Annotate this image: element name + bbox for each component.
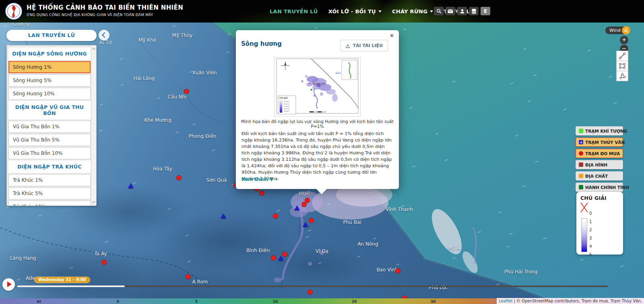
hydro-station-marker[interactable] — [221, 214, 226, 218]
sidebar-item[interactable]: Trà Khúc 10% — [8, 201, 91, 206]
sidebar-item[interactable]: Trà Khúc 5% — [8, 187, 91, 199]
timeline-tooltip: Wednesday 31 – 9:00 — [34, 277, 90, 283]
rain-station-marker[interactable] — [176, 175, 182, 181]
timeline-progress — [17, 286, 125, 287]
rectangle-icon — [618, 62, 626, 70]
mail-button[interactable] — [446, 7, 455, 15]
wind-scale-label: 30 — [431, 300, 436, 304]
layer-label: TRẠM KHÍ TƯỢNG — [585, 129, 627, 134]
draw-polygon-button[interactable] — [616, 71, 628, 81]
draw-polyline-button[interactable] — [616, 51, 628, 61]
sidebar-panel: DIỆN NGẬP SÔNG HƯƠNGSông Hương 1%Sông Hu… — [6, 45, 97, 206]
rain-station-marker[interactable] — [273, 214, 278, 219]
tram-thuy-van-swatch-icon — [579, 140, 583, 144]
legend-tick-label: 3 — [589, 236, 592, 240]
rain-station-marker[interactable] — [301, 202, 307, 207]
app-title: HỆ THỐNG CẢNH BÁO TAI BIẾN THIÊN NHIÊN — [27, 4, 183, 11]
legend-scale: 012345 — [580, 201, 620, 253]
play-button[interactable] — [2, 278, 15, 291]
sidebar-list: DIỆN NGẬP SÔNG HƯƠNGSông Hương 1%Sông Hu… — [8, 47, 91, 206]
scroll-up-icon[interactable] — [92, 48, 95, 51]
app-header: HỆ THỐNG CẢNH BÁO TAI BIẾN THIÊN NHIÊN Ứ… — [0, 0, 644, 23]
hydro-station-marker[interactable] — [303, 222, 308, 227]
layer-label: HÀNH CHÍNH TÍNH — [585, 185, 629, 190]
rain-station-marker[interactable] — [259, 191, 264, 196]
sidebar-item[interactable]: Vũ Gia Thu Bồn 5% — [8, 134, 91, 146]
attribution-text: | © OpenStreetMap contributors, Trạm đo … — [512, 299, 642, 303]
sidebar-item[interactable]: Vũ Gia Thu Bồn 1% — [8, 121, 91, 133]
timeline-track[interactable] — [17, 286, 608, 287]
header-actions: E — [434, 7, 490, 15]
rain-station-marker[interactable] — [186, 274, 191, 279]
hydro-station-marker[interactable] — [128, 183, 134, 188]
mail-icon — [448, 9, 453, 14]
see-more-link[interactable]: Xem thêm ▼ — [242, 177, 273, 182]
app-subtitle: ỨNG DỤNG CÔNG NGHỆ ĐỊA KHÔNG GIAN VÀ ĐIỆ… — [27, 13, 183, 17]
wind-scale-label: 20 — [352, 300, 357, 304]
sidebar-item[interactable]: Vũ Gia Thu Bồn 10% — [8, 147, 91, 159]
sidebar-item[interactable]: Sông Huong 10% — [8, 88, 91, 100]
sidebar-item[interactable]: Trà Khúc 1% — [8, 174, 91, 186]
wind-scale-label: 0 — [117, 300, 119, 304]
inner-legend-title: Chú giải — [279, 97, 288, 99]
layer-label: ĐỊA HÌNH — [585, 162, 607, 167]
dia-hinh-swatch-icon — [579, 162, 583, 167]
scroll-down-icon[interactable] — [92, 200, 95, 203]
download-label: TẢI TÀI LIỆU — [353, 43, 383, 48]
tram-do-mua-swatch-icon — [579, 151, 583, 156]
rain-station-marker[interactable] — [271, 255, 276, 261]
sidebar-collapse-button[interactable] — [99, 30, 109, 41]
layer-button-tram-do-mua[interactable]: TRẠM ĐO MƯA — [576, 149, 623, 158]
polygon-icon — [618, 72, 626, 80]
wind-icon — [622, 26, 630, 35]
sidebar-title-button[interactable]: LAN TRUYỀN LŨ — [6, 30, 97, 41]
layer-button-dia-hinh[interactable]: ĐỊA HÌNH — [576, 160, 623, 169]
tram-khi-tuong-swatch-icon — [579, 129, 583, 133]
rain-station-marker[interactable] — [308, 290, 313, 295]
rain-station-marker[interactable] — [395, 268, 400, 273]
leaflet-link[interactable]: Leaflet — [499, 299, 512, 303]
legend-tick-label: 1 — [589, 220, 592, 224]
user-button[interactable] — [457, 7, 467, 15]
zoom-in-button[interactable]: + — [620, 36, 628, 44]
database-icon — [471, 8, 477, 14]
wind-label: Wind — [609, 28, 621, 33]
wind-scale-label: 5 — [195, 300, 198, 304]
layer-button-hanh-chinh-tinh[interactable]: HÀNH CHÍNH TÍNH — [576, 183, 623, 192]
nav-xoi-lo-boi-tu[interactable]: XÓI LỞ - BỒI TỤ — [328, 8, 382, 14]
layer-button-tram-thuy-van[interactable]: TRẠM THỦY VĂN — [576, 138, 623, 147]
user-icon — [460, 8, 465, 14]
rain-station-marker[interactable] — [184, 89, 189, 94]
legend-title: CHÚ GIẢI — [576, 192, 623, 201]
wind-layer-pill[interactable]: Wind — [605, 27, 630, 34]
hydro-station-marker[interactable] — [294, 205, 300, 210]
close-icon[interactable]: ✕ — [390, 33, 394, 39]
nav-chay-rung[interactable]: CHÁY RỪNG — [392, 8, 433, 14]
layer-button-dia-chat[interactable]: ĐỊA CHẤT — [576, 171, 623, 181]
sidebar-item[interactable]: Sông Huong 5% — [8, 74, 91, 86]
draw-rectangle-button[interactable] — [616, 61, 628, 71]
sidebar-item[interactable]: Sông Hương 1% — [8, 61, 91, 73]
rain-station-marker[interactable] — [101, 260, 107, 265]
search-icon — [436, 8, 442, 14]
draw-toolbar — [616, 51, 628, 81]
layer-label: TRẠM THỦY VĂN — [585, 140, 625, 145]
download-document-button[interactable]: TẢI TÀI LIỆU — [340, 40, 388, 51]
legend-panel: CHÚ GIẢI 012345 — [576, 192, 623, 255]
nav-lan-truyen-lu[interactable]: LAN TRUYỀN LŨ — [270, 8, 318, 14]
app-logo[interactable] — [5, 2, 23, 20]
layer-label: TRẠM ĐO MƯA — [585, 151, 620, 156]
search-button[interactable] — [434, 7, 444, 15]
dia-chat-swatch-icon — [579, 174, 583, 178]
database-button[interactable] — [469, 7, 479, 15]
sidebar-scrollbar[interactable] — [92, 46, 96, 205]
rain-station-marker[interactable] — [309, 218, 314, 223]
hydro-station-marker[interactable] — [278, 256, 284, 261]
map-attribution: Leaflet | © OpenStreetMap contributors, … — [497, 298, 644, 304]
layer-label: ĐỊA CHẤT — [585, 174, 608, 179]
language-button[interactable]: E — [481, 7, 490, 15]
layer-button-tram-khi-tuong[interactable]: TRẠM KHÍ TƯỢNG — [576, 126, 623, 136]
hanh-chinh-tinh-swatch-icon — [579, 185, 583, 189]
legend-tick-label: 2 — [589, 228, 592, 232]
legend-x-mark — [580, 201, 589, 214]
